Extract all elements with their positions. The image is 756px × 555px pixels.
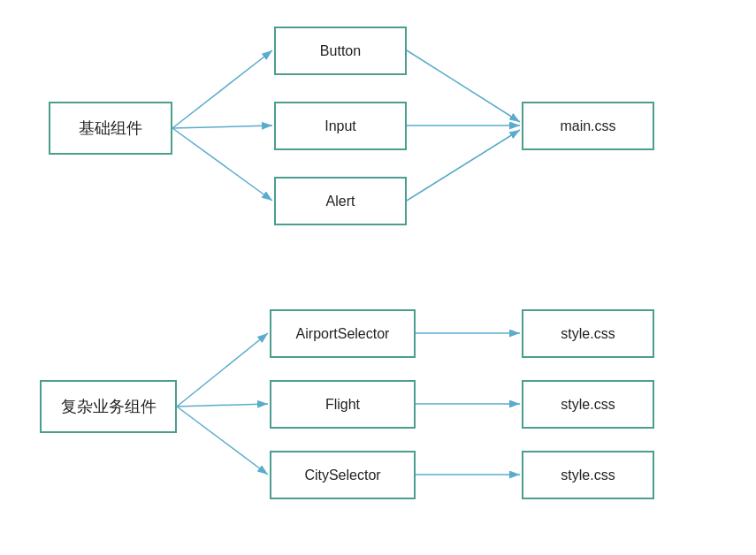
box-alert: Alert bbox=[274, 177, 407, 225]
arrow-base-button bbox=[172, 50, 272, 128]
arrow-base-alert bbox=[172, 128, 272, 201]
box-stylecss-2: style.css bbox=[522, 380, 654, 429]
arrow-complex-flight bbox=[177, 404, 268, 407]
box-button: Button bbox=[274, 27, 407, 75]
box-airportselector: AirportSelector bbox=[270, 309, 416, 358]
arrow-complex-airport bbox=[177, 333, 268, 407]
box-maincss: main.css bbox=[522, 102, 654, 150]
box-stylecss-1: style.css bbox=[522, 309, 654, 358]
box-fuzayewuzujian: 复杂业务组件 bbox=[40, 380, 177, 433]
box-stylecss-3: style.css bbox=[522, 451, 654, 499]
box-flight: Flight bbox=[270, 380, 416, 429]
box-input: Input bbox=[274, 102, 407, 150]
arrow-alert-main bbox=[407, 130, 520, 201]
arrow-base-input bbox=[172, 125, 272, 128]
diagram-container: 基础组件 Button Input Alert main.css 复杂业务组件 … bbox=[0, 0, 756, 555]
arrow-complex-city bbox=[177, 407, 268, 475]
arrow-button-main bbox=[407, 50, 520, 122]
box-cityselector: CitySelector bbox=[270, 451, 416, 499]
box-jichuzujian: 基础组件 bbox=[49, 102, 172, 155]
